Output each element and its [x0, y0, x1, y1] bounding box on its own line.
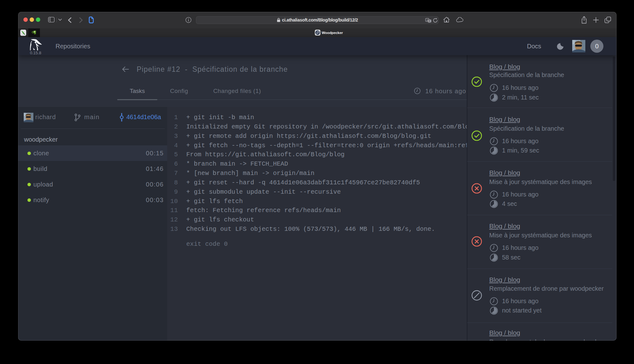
- svg-text:文: 文: [428, 20, 431, 22]
